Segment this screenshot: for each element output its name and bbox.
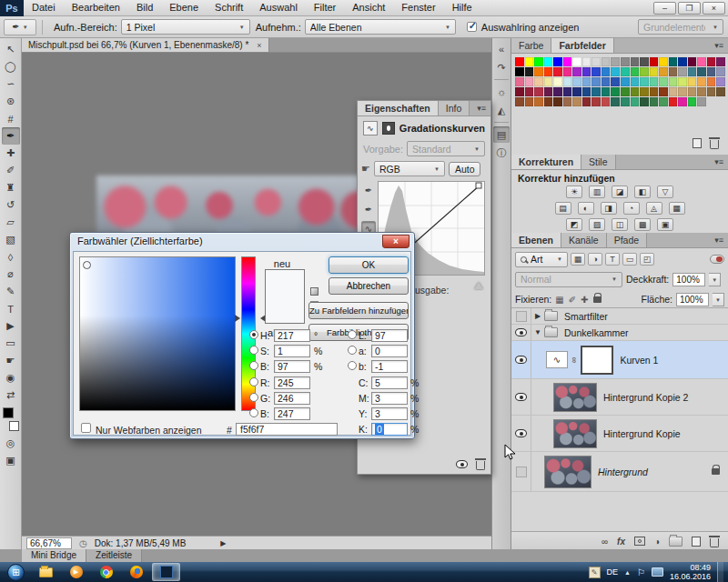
color-swatch[interactable]	[553, 77, 562, 86]
color-swatch[interactable]	[525, 87, 534, 96]
color-swatch[interactable]	[582, 97, 592, 106]
color-swatch[interactable]	[640, 77, 649, 86]
color-swatch[interactable]	[515, 57, 524, 66]
tab-mini-bridge[interactable]: Mini Bridge	[22, 549, 86, 562]
field-green-input[interactable]: 246	[274, 392, 310, 405]
color-field-marker[interactable]	[83, 261, 91, 269]
color-swatch[interactable]	[544, 97, 553, 106]
adj-channel-mixer-icon[interactable]: ◬	[646, 202, 662, 215]
field-lab-a-input[interactable]: 0	[371, 345, 408, 357]
web-colors-checkbox[interactable]	[81, 423, 91, 433]
color-swatch[interactable]	[697, 67, 706, 76]
color-swatch[interactable]	[650, 67, 659, 76]
color-swatch[interactable]	[697, 77, 706, 86]
color-swatch[interactable]	[697, 97, 706, 106]
opacity-arrow[interactable]: ▼	[709, 273, 721, 286]
action-center-icon[interactable]: ⚐	[637, 567, 645, 577]
swap-colors[interactable]: ⇄	[2, 386, 20, 404]
foreground-background-colors[interactable]	[3, 407, 19, 431]
lock-position-icon[interactable]: ✚	[581, 295, 588, 305]
color-swatch[interactable]	[515, 97, 524, 106]
filter-shape-icon[interactable]: ▭	[622, 253, 637, 266]
fill-arrow[interactable]: ▼	[713, 293, 724, 306]
new-layer-icon[interactable]	[692, 537, 701, 547]
color-swatch[interactable]	[669, 97, 678, 106]
color-swatch[interactable]	[659, 67, 668, 76]
color-swatch[interactable]	[572, 77, 581, 86]
close-tab-icon[interactable]: ×	[257, 41, 261, 50]
color-swatch[interactable]	[678, 77, 687, 86]
color-swatch[interactable]	[582, 67, 592, 76]
field-hue-input[interactable]: 217	[274, 329, 310, 342]
field-lab-l-input[interactable]: 97	[371, 329, 408, 342]
color-swatch[interactable]	[669, 87, 678, 96]
dodge-tool[interactable]: ⌀	[2, 266, 20, 283]
blur-tool[interactable]: ◊	[2, 248, 20, 266]
color-swatch[interactable]	[631, 57, 640, 66]
lock-all-icon[interactable]	[593, 296, 602, 303]
saturation-brightness-field[interactable]	[79, 256, 236, 411]
color-swatch[interactable]	[563, 77, 572, 86]
color-swatch[interactable]	[716, 87, 725, 96]
adj-color-lookup-icon[interactable]: ▦	[669, 202, 685, 215]
color-swatch[interactable]	[582, 87, 592, 96]
panel-delete-icon[interactable]	[476, 461, 485, 470]
color-swatch[interactable]	[553, 67, 562, 76]
color-swatch[interactable]	[525, 77, 534, 86]
color-swatch[interactable]	[572, 57, 581, 66]
color-swatch[interactable]	[602, 87, 611, 96]
tool-preset-button[interactable]: ✒▼	[4, 19, 36, 35]
color-swatch[interactable]	[592, 77, 601, 86]
layer-visibility-toggle[interactable]	[511, 325, 531, 340]
hand-tool[interactable]: ☛	[2, 352, 20, 369]
history-brush-tool[interactable]: ↺	[2, 196, 20, 214]
sample-layers-dropdown[interactable]: Alle Ebenen	[305, 19, 456, 35]
color-swatch[interactable]	[631, 67, 640, 76]
field-blue-radio[interactable]	[249, 408, 258, 417]
taskbar-firefox[interactable]	[122, 563, 150, 581]
link-layers-icon[interactable]: ∞	[602, 537, 608, 547]
field-saturation-radio[interactable]	[249, 346, 258, 355]
tablet-input-icon[interactable]	[589, 567, 601, 578]
color-swatch[interactable]	[707, 57, 716, 66]
field-lab-l-radio[interactable]	[348, 330, 357, 339]
opacity-value[interactable]: 100%	[672, 273, 705, 286]
background-color-swatch[interactable]	[9, 421, 19, 431]
color-swatch[interactable]	[553, 57, 562, 66]
hex-input[interactable]: f5f6f7	[236, 423, 338, 436]
layer-visibility-toggle[interactable]	[511, 308, 531, 324]
menu-schrift[interactable]: Schrift	[207, 0, 251, 15]
taskbar-media-player[interactable]	[62, 563, 90, 581]
add-to-swatches-button[interactable]: Zu Farbfeldern hinzufügen	[308, 302, 409, 319]
adj-levels-icon[interactable]: ▥	[589, 186, 605, 198]
color-swatch[interactable]	[688, 87, 697, 96]
color-swatch[interactable]	[716, 77, 725, 86]
color-swatch[interactable]	[669, 57, 678, 66]
menu-auswahl[interactable]: Auswahl	[251, 0, 306, 15]
color-swatch[interactable]	[659, 57, 668, 66]
black-point-eyedropper-icon[interactable]: ✒	[361, 183, 376, 197]
color-swatch[interactable]	[611, 77, 620, 86]
color-swatch[interactable]	[716, 67, 725, 76]
color-swatch[interactable]	[592, 87, 601, 96]
color-swatch[interactable]	[611, 67, 620, 76]
minimize-button[interactable]: –	[653, 2, 676, 15]
brush-tool[interactable]: ✐	[2, 162, 20, 179]
layer-row-hintergrund[interactable]: Hintergrund	[511, 452, 728, 492]
panel-menu-icon[interactable]	[710, 233, 728, 247]
field-black-input[interactable]: 0	[371, 423, 408, 436]
field-magenta-input[interactable]: 3	[371, 392, 408, 405]
field-lab-a-radio[interactable]	[348, 346, 357, 355]
color-swatch[interactable]	[611, 57, 620, 66]
color-swatch[interactable]	[659, 87, 668, 96]
color-swatch[interactable]	[544, 67, 553, 76]
color-swatch[interactable]	[553, 97, 562, 106]
taskbar-chrome[interactable]	[92, 563, 120, 581]
field-saturation-input[interactable]: 1	[274, 345, 310, 357]
field-cyan-input[interactable]: 5	[371, 376, 408, 389]
color-swatch[interactable]	[707, 67, 716, 76]
layer-row-smartfilter[interactable]: ▶Smartfilter	[511, 308, 728, 325]
delete-swatch-icon[interactable]	[710, 140, 719, 149]
color-swatch[interactable]	[515, 87, 524, 96]
info-panel-icon[interactable]: ⓘ	[493, 145, 510, 161]
